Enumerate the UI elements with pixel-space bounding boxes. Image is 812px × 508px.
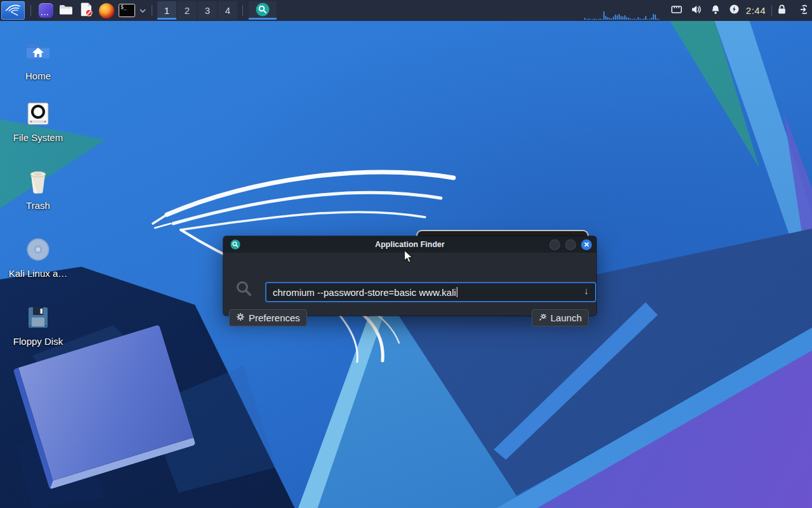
appfinder-icon [256,3,270,19]
desktop-icon-home[interactable]: Home [8,38,69,81]
trash-icon [8,168,69,196]
desktop-icon-floppy[interactable]: Floppy Disk [8,304,69,347]
run-gear-icon [539,312,547,323]
terminal-prompt-glyph: $_ [121,5,127,10]
desktop-icon-kali-cdrom[interactable]: Kali Linux a… [8,236,69,279]
desktop-icon-label: File System [8,132,69,143]
search-input-text: chromium --password-store=basic www.kali [273,287,456,298]
workspace-button-3[interactable]: 3 [198,1,217,20]
maximize-button[interactable] [565,239,576,250]
notifications-bell-icon[interactable] [710,4,721,17]
workspace-button-1[interactable]: 1 [157,1,176,20]
panel-separator [152,5,152,16]
desktop-icon-label: Trash [8,200,69,211]
workspace-button-2[interactable]: 2 [178,1,197,20]
launcher-terminal[interactable]: $_ [117,1,136,20]
taskbar-window-application-finder[interactable] [249,1,277,20]
window-title: Application Finder [223,240,596,249]
workspace-button-4[interactable]: 4 [218,1,237,20]
power-manager-icon[interactable] [729,4,740,17]
panel-separator [771,5,772,16]
cpu-graph[interactable] [584,1,664,20]
mouse-cursor [403,250,416,264]
application-finder-window: Application Finder ✕ chromium --password… [223,236,596,316]
launcher-file-manager[interactable] [56,1,75,20]
firefox-icon [99,3,114,18]
lock-screen-icon[interactable] [776,4,787,17]
terminal-dropdown-chevron-icon[interactable] [140,8,146,13]
network-icon[interactable] [671,4,683,17]
desktop-screen: Home File System Trash [0,0,812,508]
home-folder-icon [8,38,69,66]
workspace-label: 2 [185,5,190,16]
purple-app-icon [39,3,53,18]
panel-separator [30,5,31,16]
kali-menu-icon [5,2,21,19]
launcher-text-editor[interactable] [77,1,96,20]
launch-button[interactable]: Launch [532,309,589,326]
preferences-label: Preferences [249,312,300,323]
dropdown-arrow-icon[interactable]: ↓ [584,285,589,296]
applications-menu-button[interactable] [1,1,25,20]
launcher-web-browser[interactable] [97,1,116,20]
desktop-icon-trash[interactable]: Trash [8,168,69,211]
gear-icon [236,312,245,323]
desktop-icon-file-system[interactable]: File System [8,100,69,143]
desktop-icon-label: Floppy Disk [8,336,69,347]
volume-icon[interactable] [691,4,702,17]
terminal-icon: $_ [119,4,135,17]
workspace-label: 4 [225,5,230,16]
logout-icon[interactable] [796,4,807,18]
search-input[interactable]: chromium --password-store=basic www.kali… [265,282,596,302]
desktop-icon-label: Home [8,70,69,81]
file-manager-icon [58,3,74,19]
floppy-icon [8,304,69,331]
text-editor-icon [80,2,93,20]
workspace-label: 1 [164,5,169,16]
text-caret [457,287,457,297]
minimize-button[interactable] [549,239,560,250]
close-button[interactable]: ✕ [581,239,592,250]
panel-separator [242,5,243,16]
appfinder-icon [230,239,240,252]
drive-icon [8,100,69,128]
top-panel: $_ 1 2 3 4 [0,0,812,21]
desktop-icon-label: Kali Linux a… [8,268,69,279]
clock[interactable]: 2:44 [746,5,766,16]
workspace-label: 3 [205,5,210,16]
search-icon [235,280,253,300]
launch-label: Launch [551,312,582,323]
preferences-button[interactable]: Preferences [229,309,307,326]
disc-icon [8,236,69,264]
launcher-app-purple[interactable] [36,1,55,20]
